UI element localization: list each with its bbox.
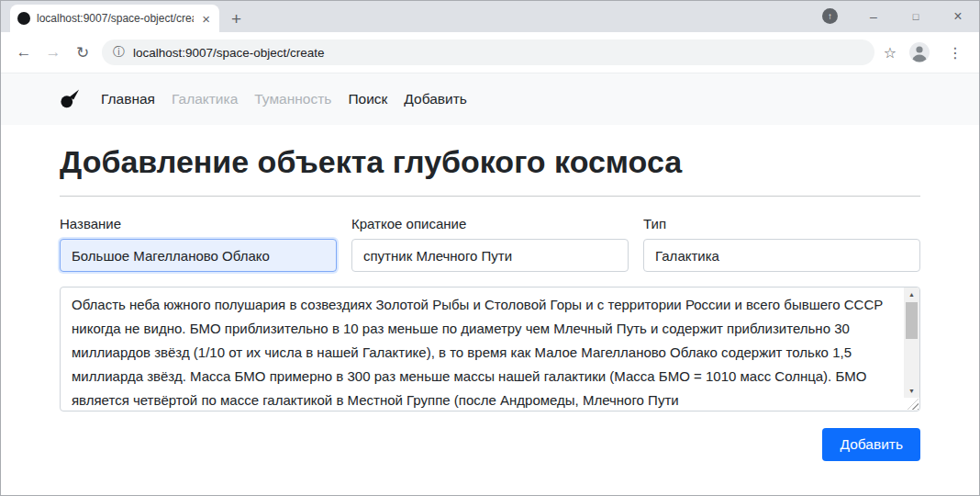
browser-update-icon[interactable]: ↑ — [822, 8, 838, 24]
browser-window: localhost:9007/space-object/crea × + ↑ –… — [0, 0, 980, 496]
browser-menu-icon[interactable]: ⋮ — [941, 44, 970, 62]
form-fields-row: Название Краткое описание Тип — [60, 216, 920, 272]
submit-button[interactable]: Добавить — [822, 428, 920, 461]
browser-toolbar: ← → ↻ ⓘ localhost:9007/space-object/crea… — [1, 32, 979, 73]
nav-link-galaxy[interactable]: Галактика — [163, 91, 246, 107]
textarea-scrollbar[interactable]: ▲ ▼ — [904, 287, 919, 398]
window-controls: ↑ – □ × — [822, 1, 979, 31]
short-desc-field-group: Краткое описание — [351, 216, 629, 272]
site-navbar: Главная Галактика Туманность Поиск Добав… — [1, 73, 979, 125]
profile-avatar-icon[interactable] — [908, 40, 931, 64]
name-field-group: Название — [60, 216, 337, 272]
tab-title: localhost:9007/space-object/crea — [37, 12, 194, 25]
type-field-group: Тип — [643, 216, 920, 272]
window-minimize-button[interactable]: – — [852, 1, 895, 31]
nav-link-nebula[interactable]: Туманность — [246, 91, 340, 107]
tab-close-icon[interactable]: × — [200, 12, 212, 26]
scroll-down-icon[interactable]: ▼ — [904, 384, 919, 398]
page-info-icon[interactable]: ⓘ — [113, 44, 125, 61]
nav-link-search[interactable]: Поиск — [340, 91, 395, 107]
new-tab-button[interactable]: + — [231, 10, 241, 28]
address-bar[interactable]: ⓘ localhost:9007/space-object/create — [102, 39, 874, 65]
forward-icon: → — [39, 39, 67, 66]
description-field-group: Область неба южного полушария в созвезди… — [60, 287, 920, 411]
name-input[interactable] — [60, 239, 337, 272]
url-text[interactable]: localhost:9007/space-object/create — [133, 46, 325, 60]
description-textarea[interactable]: Область неба южного полушария в созвезди… — [60, 287, 920, 411]
divider — [60, 196, 920, 197]
submit-row: Добавить — [60, 428, 920, 461]
brand-comet-icon[interactable] — [60, 89, 80, 109]
window-close-button[interactable]: × — [937, 1, 979, 31]
scrollbar-thumb[interactable] — [906, 302, 918, 339]
type-label: Тип — [643, 216, 920, 231]
back-icon[interactable]: ← — [10, 39, 38, 66]
name-label: Название — [60, 216, 337, 231]
nav-link-home[interactable]: Главная — [93, 91, 163, 107]
bookmark-star-icon[interactable]: ☆ — [884, 44, 896, 62]
scroll-up-icon[interactable]: ▲ — [904, 287, 919, 301]
reload-icon[interactable]: ↻ — [69, 39, 96, 66]
type-input[interactable] — [643, 239, 920, 272]
browser-tab[interactable]: localhost:9007/space-object/crea × — [10, 5, 219, 32]
nav-link-add[interactable]: Добавить — [395, 91, 475, 107]
site-favicon-icon — [17, 12, 30, 25]
short-desc-input[interactable] — [351, 239, 629, 272]
page-content: Добавление объекта глубокого космоса Наз… — [1, 144, 979, 461]
window-maximize-button[interactable]: □ — [895, 1, 937, 31]
short-desc-label: Краткое описание — [351, 216, 629, 231]
tab-strip: localhost:9007/space-object/crea × + ↑ –… — [1, 1, 979, 32]
page-title: Добавление объекта глубокого космоса — [60, 144, 920, 180]
